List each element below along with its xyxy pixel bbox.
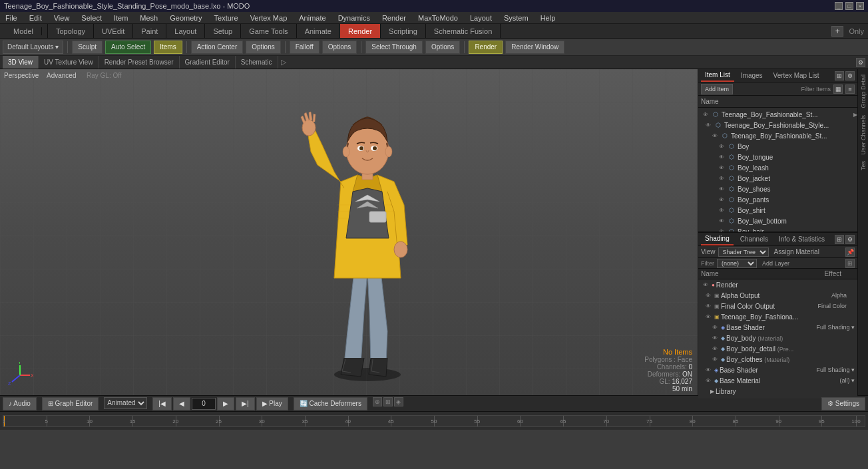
tree-item-law-bottom[interactable]: 👁 ⬡ Boy_law_bottom (698, 216, 857, 226)
tab-model[interactable]: Model (5, 27, 42, 35)
graph-editor-btn[interactable]: ⊞ Graph Editor (42, 397, 99, 410)
panel-settings-btn[interactable]: ⚙ (845, 71, 855, 80)
tree-item-l2[interactable]: 👁 ⬡ Teenage_Boy_Fashionable_St... (698, 130, 857, 141)
tree-item-tongue[interactable]: 👁 ⬡ Boy_tongue (698, 152, 857, 162)
action-center-btn[interactable]: Action Center (191, 41, 244, 54)
menu-view[interactable]: View (51, 14, 73, 22)
menu-layout[interactable]: Layout (467, 14, 495, 22)
eye-icon[interactable]: 👁 (717, 216, 726, 226)
eye-icon[interactable]: 👁 (701, 110, 710, 119)
tab-images[interactable]: Images (737, 69, 767, 82)
settings-btn[interactable]: ⚙ Settings (821, 397, 865, 410)
tab-schematic-fusion[interactable]: Schematic Fusion (426, 24, 501, 38)
shader-tree-select[interactable]: Shader Tree (718, 247, 769, 257)
tab-scripting[interactable]: Scripting (381, 24, 426, 38)
vp-tab-render-preset[interactable]: Render Preset Browser (99, 56, 180, 69)
shading-boy-clothes[interactable]: 👁 ◆ Boy_clothes (Material) (698, 354, 857, 365)
menu-texture[interactable]: Texture (212, 14, 241, 22)
tab-uvedit[interactable]: UVEdit (94, 24, 133, 38)
eye-icon[interactable]: 👁 (701, 280, 710, 289)
shading-boy-body[interactable]: 👁 ◆ Boy_body (Material) (698, 333, 857, 343)
tree-item-jacket[interactable]: 👁 ⬡ Boy_jacket (698, 173, 857, 184)
tree-item-shirt[interactable]: 👁 ⬡ Boy_shirt (698, 205, 857, 216)
menu-help[interactable]: Help (538, 14, 558, 22)
shading-base-material[interactable]: 👁 ◆ Base Material (all) ▾ (698, 375, 857, 386)
menu-select[interactable]: Select (79, 14, 105, 22)
rs-tab-user-channels[interactable]: User Channels (860, 112, 867, 158)
eye-icon[interactable]: 👁 (704, 365, 713, 375)
add-item-btn[interactable]: Add Item (701, 84, 733, 94)
tree-item-root[interactable]: 👁 ⬡ Teenage_Boy_Fashionable_St... ▶ (698, 109, 857, 120)
shading-tree[interactable]: 👁 ● Render 👁 ▣ Alpha Output Alpha 👁 ▣ Fi… (698, 279, 857, 398)
menu-maxtomode[interactable]: MaxToModo (415, 14, 461, 22)
eye-icon[interactable]: 👁 (717, 174, 726, 183)
animated-select[interactable]: Animated (104, 397, 147, 409)
eye-icon[interactable]: 👁 (710, 323, 720, 332)
transport-btn1[interactable]: ⊕ (373, 397, 382, 406)
vp-tab-3dview[interactable]: 3D View (3, 56, 39, 69)
auto-select-btn[interactable]: Auto Select (105, 41, 151, 54)
eye-icon[interactable]: 👁 (710, 333, 720, 343)
go-end-btn[interactable]: ▶| (236, 397, 255, 410)
eye-icon[interactable]: 👁 (717, 184, 726, 194)
shading-extra-btn[interactable]: ⊞ (845, 259, 855, 268)
render-window-btn[interactable]: Render Window (505, 41, 564, 54)
eye-icon[interactable]: 👁 (710, 355, 720, 364)
falloff-options-btn[interactable]: Options (322, 41, 357, 54)
transport-btn3[interactable]: ◈ (394, 397, 403, 406)
rs-tab-tags[interactable]: Tes (860, 158, 867, 173)
tree-item-l1[interactable]: 👁 ⬡ Teenage_Boy_Fashionable_Style... (698, 120, 857, 130)
cache-deformers-btn[interactable]: 🔄 Cache Deformers (294, 397, 367, 410)
add-tab-btn[interactable]: + (831, 26, 843, 37)
shading-pin-btn[interactable]: 📌 (845, 247, 855, 257)
filter-icons[interactable]: ▦ (833, 84, 843, 94)
viewport-3d[interactable]: Perspective Advanced Ray GL: Off (0, 69, 698, 395)
play-btn[interactable]: ▶ Play (256, 397, 288, 410)
tab-item-list[interactable]: Item List (701, 69, 734, 82)
tab-channels[interactable]: Channels (736, 233, 772, 245)
menu-dynamics[interactable]: Dynamics (335, 14, 373, 22)
shading-library[interactable]: ▶ Library (698, 386, 857, 396)
title-bar-controls[interactable]: _ □ × (835, 2, 864, 10)
shading-base-shader1[interactable]: 👁 ◈ Base Shader Full Shading ▾ (698, 322, 857, 333)
transport-btn2[interactable]: ⊞ (383, 397, 393, 406)
select-options-btn[interactable]: Options (425, 41, 460, 54)
eye-icon[interactable]: 👁 (710, 131, 720, 140)
tree-item-hair[interactable]: 👁 ⬡ Boy_hair (698, 226, 857, 232)
menu-system[interactable]: System (501, 14, 531, 22)
shading-alpha[interactable]: 👁 ▣ Alpha Output Alpha (698, 290, 857, 301)
menu-vertex-map[interactable]: Vertex Map (248, 14, 290, 22)
tree-item-pants[interactable]: 👁 ⬡ Boy_pants (698, 194, 857, 205)
tab-animate[interactable]: Animate (297, 24, 340, 38)
falloff-btn[interactable]: Falloff (290, 41, 320, 54)
shading-final-color[interactable]: 👁 ▣ Final Color Output Final Color (698, 301, 857, 311)
vp-settings-btn[interactable]: ⚙ (856, 58, 865, 67)
tab-setup[interactable]: Setup (205, 24, 241, 38)
audio-btn[interactable]: ♪ Audio (3, 397, 37, 410)
shading-teenage-group[interactable]: 👁 ▣ Teenage_Boy_Fashiona... (698, 311, 857, 322)
layout-selector[interactable]: Default Layouts ▾ (3, 41, 63, 54)
tab-shading[interactable]: Shading (701, 233, 734, 245)
menu-item[interactable]: Item (111, 14, 130, 22)
eye-icon[interactable]: 👁 (717, 163, 726, 172)
eye-icon[interactable]: 👁 (710, 344, 720, 353)
sculpt-btn[interactable]: Sculpt (72, 41, 103, 54)
menu-edit[interactable]: Edit (27, 14, 45, 22)
tree-item-boy[interactable]: 👁 ⬡ Boy (698, 141, 857, 152)
item-tree[interactable]: 👁 ⬡ Teenage_Boy_Fashionable_St... ▶ 👁 ⬡ … (698, 108, 857, 232)
tree-item-leash[interactable]: 👁 ⬡ Boy_leash (698, 162, 857, 173)
eye-icon[interactable]: 👁 (704, 312, 713, 321)
vp-tab-schematic[interactable]: Schematic (236, 56, 278, 69)
close-btn[interactable]: × (856, 2, 864, 10)
shading-expand-btn[interactable]: ⊞ (835, 235, 844, 244)
menu-render[interactable]: Render (379, 14, 409, 22)
eye-icon[interactable]: 👁 (704, 376, 713, 385)
eye-icon[interactable]: 👁 (717, 227, 726, 232)
eye-icon[interactable]: 👁 (704, 291, 713, 300)
vp-tab-gradient[interactable]: Gradient Editor (180, 56, 236, 69)
eye-icon[interactable]: 👁 (717, 152, 726, 162)
eye-icon[interactable]: 👁 (704, 301, 713, 311)
go-start-btn[interactable]: |◀ (152, 397, 172, 410)
prev-frame-btn[interactable]: ◀ (173, 397, 190, 410)
tab-layout[interactable]: Layout (166, 24, 205, 38)
